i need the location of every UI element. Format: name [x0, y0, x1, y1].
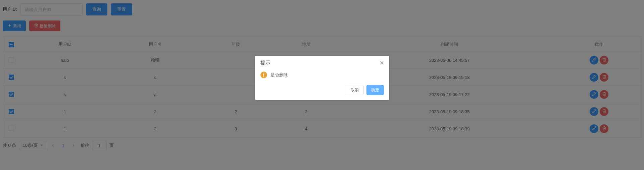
dialog-close-button[interactable]: ✕ [380, 60, 384, 66]
modal-overlay[interactable]: 提示 ✕ ! 是否删除 取消 确定 [0, 0, 644, 170]
dialog-cancel-button[interactable]: 取消 [346, 85, 364, 95]
dialog-confirm-button[interactable]: 确定 [366, 85, 384, 95]
dialog-message: 是否删除 [270, 72, 288, 78]
dialog-title: 提示 [260, 60, 270, 66]
confirm-dialog: 提示 ✕ ! 是否删除 取消 确定 [255, 56, 389, 100]
close-icon: ✕ [380, 60, 384, 66]
warning-icon: ! [260, 72, 267, 78]
